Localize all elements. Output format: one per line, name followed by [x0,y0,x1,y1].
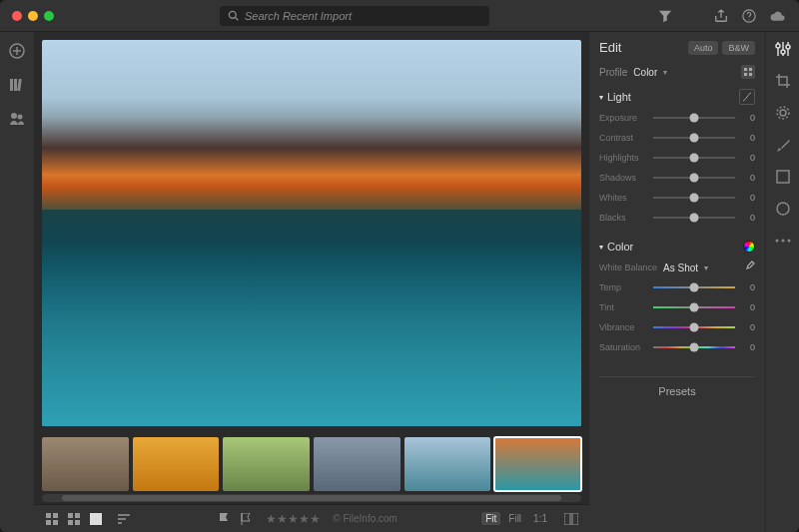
svg-point-34 [786,45,790,49]
svg-rect-17 [68,520,73,525]
slider-knob[interactable] [690,303,699,312]
svg-rect-26 [749,68,752,71]
left-sidebar [0,32,34,532]
tone-curve-icon[interactable] [739,89,755,105]
thumbnail[interactable] [133,437,220,491]
slider-label: Blacks [599,213,653,223]
zoom-fit-button[interactable]: Fit [481,512,500,525]
thumbnail[interactable] [223,437,310,491]
slider-knob[interactable] [690,174,699,183]
svg-rect-27 [744,73,747,76]
linear-gradient-icon[interactable] [774,168,792,186]
crop-icon[interactable] [774,72,792,90]
credit-text: © FileInfo.com [333,513,398,524]
flag-pick-icon[interactable] [216,512,232,526]
cloud-icon[interactable] [767,6,787,26]
thumbnail[interactable] [404,437,491,491]
slider-track[interactable] [653,157,735,159]
slider-knob[interactable] [690,194,699,203]
chevron-down-icon: ▾ [599,243,603,252]
auto-button[interactable]: Auto [688,41,719,55]
zoom-1to1-button[interactable]: 1:1 [529,512,551,525]
svg-point-35 [780,110,786,116]
svg-rect-15 [68,513,73,518]
slider-knob[interactable] [690,134,699,143]
slider-knob[interactable] [690,283,699,292]
slider-knob[interactable] [690,323,699,332]
slider-value: 0 [741,213,755,223]
slider-knob[interactable] [690,114,699,123]
chevron-down-icon[interactable]: ▾ [704,264,708,272]
slider-track[interactable] [653,137,735,139]
slider-track[interactable] [653,286,735,288]
minimize-window-button[interactable] [28,11,38,21]
detail-view-icon[interactable] [66,512,82,526]
slider-label: Whites [599,193,653,203]
sort-icon[interactable] [116,512,132,526]
slider-knob[interactable] [690,214,699,223]
adjust-sliders-icon[interactable] [774,40,792,58]
slider-row: Temp0 [599,282,755,292]
brush-icon[interactable] [774,136,792,154]
slider-track[interactable] [653,197,735,199]
bw-button[interactable]: B&W [722,41,755,55]
svg-rect-6 [10,79,13,91]
people-icon[interactable] [8,110,26,128]
slider-track[interactable] [653,306,735,308]
profile-label: Profile [599,67,627,78]
light-section-header[interactable]: ▾ Light [599,89,755,105]
add-photos-icon[interactable] [8,42,26,60]
chevron-down-icon[interactable]: ▾ [663,68,667,77]
search-input[interactable]: Search Recent Import [220,6,489,26]
title-bar: Search Recent Import [0,0,799,32]
wb-value[interactable]: As Shot [663,263,698,273]
slider-value: 0 [741,133,755,143]
slider-row: Blacks0 [599,213,755,223]
compare-icon[interactable] [563,512,579,526]
slider-track[interactable] [653,326,735,328]
slider-track[interactable] [653,217,735,219]
presets-button[interactable]: Presets [599,376,755,399]
help-icon[interactable] [739,6,759,26]
color-mixer-icon[interactable] [743,241,755,253]
grid-view-icon[interactable] [44,512,60,526]
image-canvas[interactable] [42,40,581,426]
svg-rect-28 [749,73,752,76]
svg-point-30 [776,44,780,48]
zoom-fill-button[interactable]: Fill [504,512,525,525]
share-icon[interactable] [711,6,731,26]
thumbnail-selected[interactable] [494,437,581,491]
svg-rect-18 [75,520,80,525]
profile-value[interactable]: Color [633,67,657,78]
more-icon[interactable] [774,232,792,250]
eyedropper-icon[interactable] [743,261,755,274]
maximize-window-button[interactable] [44,11,54,21]
close-window-button[interactable] [12,11,22,21]
search-icon [228,10,239,21]
svg-point-0 [229,11,236,18]
single-view-icon[interactable] [88,512,104,526]
healing-brush-icon[interactable] [774,104,792,122]
svg-rect-24 [572,513,578,525]
thumbnail[interactable] [42,437,129,491]
filter-icon[interactable] [655,6,675,26]
slider-track[interactable] [653,117,735,119]
slider-knob[interactable] [690,343,699,352]
filmstrip-scrollbar[interactable] [42,494,581,502]
slider-track[interactable] [653,346,735,348]
flag-reject-icon[interactable] [238,512,254,526]
color-section-header[interactable]: ▾ Color [599,241,755,253]
slider-knob[interactable] [690,154,699,163]
slider-row: Whites0 [599,193,755,203]
light-section: ▾ Light Exposure0Contrast0Highlights0Sha… [599,89,755,233]
thumbnail[interactable] [314,437,400,491]
slider-track[interactable] [653,177,735,179]
rating-stars[interactable]: ★★★★★ [266,512,321,526]
svg-rect-13 [46,520,51,525]
library-icon[interactable] [8,76,26,94]
slider-label: Saturation [599,342,653,352]
profile-browser-icon[interactable] [741,65,755,79]
window-controls [12,11,54,21]
radial-gradient-icon[interactable] [774,200,792,218]
slider-value: 0 [741,302,755,312]
